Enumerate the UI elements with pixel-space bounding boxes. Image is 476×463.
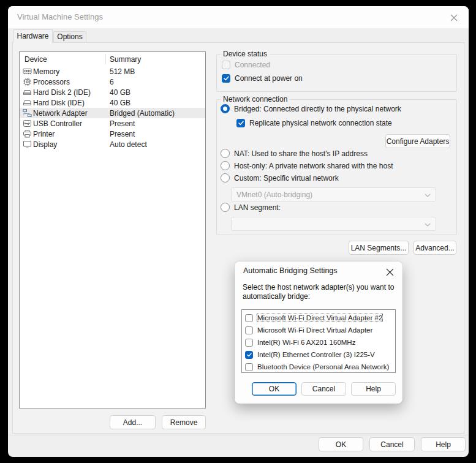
display-icon — [22, 140, 32, 149]
network-adapter-icon — [22, 108, 32, 118]
ok-button[interactable]: OK — [319, 437, 363, 451]
device-name: Printer — [33, 130, 55, 138]
adapter-item[interactable]: Microsoft Wi-Fi Direct Virtual Adapter — [242, 324, 395, 336]
desktop: Virtual Machine Settings Hardware Option… — [0, 0, 476, 463]
device-row-processors[interactable]: Processors 6 — [20, 77, 205, 87]
add-device-button[interactable]: Add... — [110, 415, 156, 429]
device-row-network-adapter[interactable]: Network Adapter Bridged (Automatic) — [20, 108, 205, 118]
device-row-display[interactable]: Display Auto detect — [20, 139, 205, 149]
device-status-group-label: Device status — [221, 50, 270, 58]
column-header-summary: Summary — [110, 55, 141, 64]
device-summary: Present — [110, 130, 135, 138]
adapter-item[interactable]: Microsoft Wi-Fi Direct Virtual Adapter #… — [242, 312, 395, 324]
hard-disk-icon — [22, 98, 32, 107]
bridged-radio-row: Bridged: Connected directly to the physi… — [221, 104, 401, 113]
bridging-cancel-button[interactable]: Cancel — [301, 382, 346, 396]
adapter-checkbox[interactable] — [245, 314, 253, 322]
device-name: Display — [33, 140, 57, 149]
custom-radio[interactable] — [221, 173, 230, 183]
device-list[interactable]: Device Summary Memory 512 MB Processors — [19, 51, 206, 408]
nat-radio[interactable] — [221, 149, 230, 158]
cancel-button[interactable]: Cancel — [369, 437, 415, 451]
automatic-bridging-dialog: Automatic Bridging Settings Select the h… — [235, 262, 402, 404]
tab-options[interactable]: Options — [53, 31, 86, 42]
host-only-radio-row: Host-only: A private network shared with… — [221, 161, 393, 170]
adapter-label: Microsoft Wi-Fi Direct Virtual Adapter #… — [257, 314, 382, 322]
lan-segment-dropdown[interactable] — [231, 217, 436, 231]
device-row-hard-disk[interactable]: Hard Disk (IDE) 40 GB — [20, 97, 205, 108]
adapter-item[interactable]: Bluetooth Device (Personal Area Network) — [242, 361, 395, 373]
adapter-label: Intel(R) Wi-Fi 6 AX201 160MHz — [257, 339, 355, 346]
device-name: Processors — [33, 78, 70, 86]
device-summary: Bridged (Automatic) — [110, 109, 175, 118]
bridged-radio[interactable] — [221, 104, 230, 113]
help-button[interactable]: Help — [421, 437, 466, 451]
remove-device-button[interactable]: Remove — [162, 415, 206, 429]
adapter-checkbox[interactable] — [245, 363, 253, 371]
device-row-printer[interactable]: Printer Present — [20, 129, 205, 139]
chevron-down-icon — [425, 190, 431, 199]
custom-network-value: VMnet0 (Auto-bridging) — [236, 190, 312, 199]
processor-icon — [22, 77, 32, 86]
adapter-checkbox[interactable] — [245, 339, 253, 347]
host-only-radio[interactable] — [221, 161, 230, 170]
memory-icon — [22, 67, 32, 76]
connected-checkbox-row: Connected — [222, 61, 270, 69]
usb-icon — [22, 119, 32, 128]
connect-at-power-on-row: Connect at power on — [222, 74, 303, 83]
host-only-label: Host-only: A private network shared with… — [234, 162, 393, 170]
device-row-usb-controller[interactable]: USB Controller Present — [20, 118, 205, 129]
device-status-group: Device status Connected Connect at power… — [216, 54, 457, 92]
nat-radio-row: NAT: Used to share the host's IP address — [221, 149, 368, 158]
adapter-item[interactable]: Intel(R) Wi-Fi 6 AX201 160MHz — [242, 336, 395, 348]
device-summary: 6 — [110, 78, 114, 86]
device-row-hard-disk-2[interactable]: Hard Disk 2 (IDE) 40 GB — [20, 87, 205, 97]
column-header-device: Device — [25, 55, 47, 64]
bridging-help-button[interactable]: Help — [351, 382, 396, 396]
adapter-list[interactable]: Microsoft Wi-Fi Direct Virtual Adapter #… — [241, 309, 396, 373]
hard-disk-icon — [22, 88, 32, 97]
device-name: Hard Disk 2 (IDE) — [33, 88, 91, 97]
adapter-checkbox[interactable] — [245, 351, 253, 359]
lan-segment-label: LAN segment: — [234, 203, 281, 212]
replicate-checkbox-row: Replicate physical network connection st… — [236, 119, 392, 127]
connect-at-power-on-checkbox[interactable] — [222, 74, 230, 83]
chevron-down-icon — [425, 220, 431, 228]
window-title: Virtual Machine Settings — [17, 12, 103, 21]
bridging-dialog-title: Automatic Bridging Settings — [243, 266, 338, 275]
replicate-checkbox[interactable] — [236, 119, 245, 127]
close-icon[interactable] — [448, 12, 460, 24]
custom-radio-row: Custom: Specific virtual network — [221, 173, 339, 183]
custom-network-dropdown[interactable]: VMnet0 (Auto-bridging) — [231, 187, 436, 201]
bridged-label: Bridged: Connected directly to the physi… — [234, 105, 401, 113]
lan-segments-button[interactable]: LAN Segments... — [349, 241, 409, 255]
device-name: Memory — [33, 67, 59, 76]
connected-label: Connected — [235, 61, 270, 69]
connected-checkbox[interactable] — [222, 61, 230, 69]
custom-label: Custom: Specific virtual network — [234, 174, 339, 183]
close-icon[interactable] — [383, 266, 396, 278]
adapter-label: Intel(R) Ethernet Controller (3) I225-V — [257, 351, 375, 358]
adapter-label: Microsoft Wi-Fi Direct Virtual Adapter — [257, 326, 372, 334]
network-connection-group-label: Network connection — [221, 95, 290, 104]
device-name: Hard Disk (IDE) — [33, 99, 85, 107]
bridging-ok-button[interactable]: OK — [252, 382, 297, 396]
replicate-label: Replicate physical network connection st… — [249, 119, 392, 127]
adapter-item[interactable]: Intel(R) Ethernet Controller (3) I225-V — [242, 348, 395, 361]
device-row-memory[interactable]: Memory 512 MB — [20, 66, 205, 77]
device-name: USB Controller — [33, 119, 82, 128]
adapter-checkbox[interactable] — [245, 326, 253, 334]
lan-segment-radio[interactable] — [221, 203, 230, 212]
device-summary: Present — [110, 119, 135, 128]
device-summary: 40 GB — [110, 99, 130, 107]
nat-label: NAT: Used to share the host's IP address — [234, 149, 368, 158]
tab-hardware[interactable]: Hardware — [13, 29, 53, 43]
adapter-label: Bluetooth Device (Personal Area Network) — [257, 363, 389, 371]
footer-divider — [8, 435, 469, 435]
device-name: Network Adapter — [33, 109, 88, 118]
titlebar: Virtual Machine Settings — [8, 6, 469, 28]
device-summary: Auto detect — [110, 140, 147, 149]
printer-icon — [22, 129, 32, 138]
configure-adapters-button[interactable]: Configure Adapters — [385, 134, 450, 148]
advanced-button[interactable]: Advanced... — [414, 241, 456, 255]
